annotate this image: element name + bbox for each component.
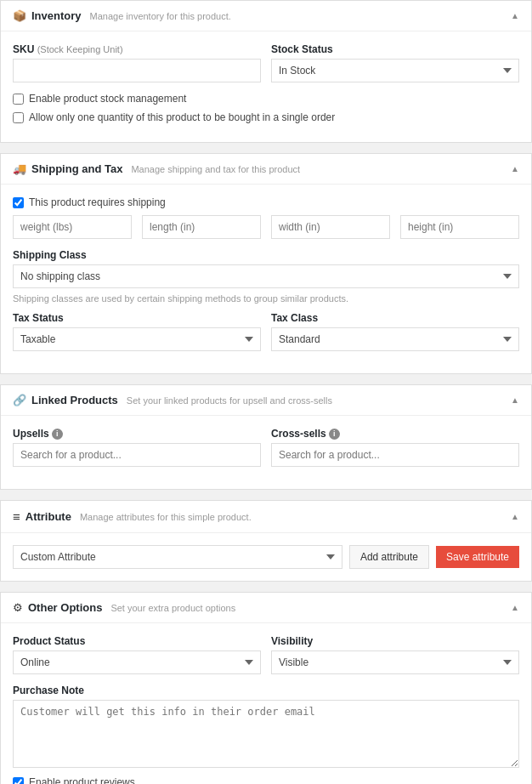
inventory-form-row-1: SKU (Stock Keeping Unit) Stock Status In… (13, 43, 519, 82)
purchase-note-group: Purchase Note (13, 685, 519, 768)
weight-group (13, 215, 132, 239)
stock-status-select[interactable]: In Stock Out of Stock On Backorder (271, 59, 519, 82)
shipping-class-note: Shipping classes are used by certain shi… (13, 293, 519, 304)
width-input[interactable] (271, 215, 390, 239)
enable-stock-label: Enable product stock management (29, 93, 186, 105)
inventory-body: SKU (Stock Keeping Unit) Stock Status In… (1, 31, 531, 142)
crosssells-info-icon[interactable]: i (329, 429, 340, 440)
upsells-search-input[interactable] (13, 443, 261, 467)
inventory-header-left: 📦 Inventory Manage inventory for this pr… (13, 9, 231, 22)
inventory-subtitle: Manage inventory for this product. (90, 11, 231, 21)
linked-header[interactable]: 🔗 Linked Products Set your linked produc… (1, 385, 531, 416)
shipping-title: Shipping and Tax (31, 162, 122, 175)
upsells-header: Upsells i (13, 428, 261, 440)
linked-icon: 🔗 (13, 394, 26, 406)
linked-header-left: 🔗 Linked Products Set your linked produc… (13, 394, 332, 406)
page-wrapper: 📦 Inventory Manage inventory for this pr… (0, 0, 532, 784)
tax-row: Tax Status Taxable None Tax Class Standa… (13, 312, 519, 351)
attribute-header[interactable]: ≡ Attribute Manage attributes for this s… (1, 501, 531, 533)
width-group (271, 215, 390, 239)
inventory-header[interactable]: 📦 Inventory Manage inventory for this pr… (1, 1, 531, 31)
shipping-chevron-icon: ▲ (511, 164, 519, 173)
other-options-icon: ⚙ (13, 601, 23, 614)
attribute-row: Custom Attribute Color Size Add attribut… (13, 545, 519, 569)
add-attribute-button[interactable]: Add attribute (349, 545, 429, 569)
attribute-subtitle: Manage attributes for this simple produc… (80, 512, 252, 522)
visibility-select[interactable]: Visible Hidden Search Only Catalog Only (271, 650, 519, 674)
sku-note: (Stock Keeping Unit) (37, 44, 123, 54)
shipping-class-label: Shipping Class (13, 249, 519, 261)
inventory-section: 📦 Inventory Manage inventory for this pr… (0, 0, 532, 143)
other-options-chevron-icon: ▲ (511, 603, 519, 612)
upsells-group: Upsells i (13, 428, 261, 467)
attribute-section: ≡ Attribute Manage attributes for this s… (0, 500, 532, 582)
enable-reviews-checkbox[interactable] (13, 777, 24, 785)
other-options-title: Other Options (28, 601, 102, 614)
linked-subtitle: Set your linked products for upsell and … (127, 395, 332, 406)
tax-class-select[interactable]: Standard Reduced Rate Zero Rate (271, 327, 519, 351)
tax-status-group: Tax Status Taxable None (13, 312, 261, 351)
linked-body: Upsells i Cross-sells i (1, 416, 531, 489)
tax-status-select[interactable]: Taxable None (13, 327, 261, 351)
tax-class-label: Tax Class (271, 312, 519, 324)
purchase-note-label: Purchase Note (13, 685, 519, 696)
linked-chevron-icon: ▲ (511, 395, 519, 405)
single-qty-checkbox[interactable] (13, 112, 24, 123)
purchase-note-textarea[interactable] (13, 700, 519, 768)
other-options-section: ⚙ Other Options Set your extra product o… (0, 592, 532, 784)
shipping-section: 🚚 Shipping and Tax Manage shipping and t… (0, 153, 532, 374)
attribute-title: Attribute (25, 510, 71, 523)
shipping-header-left: 🚚 Shipping and Tax Manage shipping and t… (13, 162, 300, 175)
shipping-subtitle: Manage shipping and tax for this product (131, 164, 300, 174)
other-options-header[interactable]: ⚙ Other Options Set your extra product o… (1, 593, 531, 623)
dimensions-row (13, 215, 519, 239)
requires-shipping-checkbox[interactable] (13, 197, 24, 208)
shipping-class-group: Shipping Class No shipping class (13, 249, 519, 288)
save-attribute-button[interactable]: Save attribute (436, 546, 519, 568)
upsells-info-icon[interactable]: i (52, 429, 63, 440)
tax-status-label: Tax Status (13, 312, 261, 324)
attribute-chevron-icon: ▲ (511, 512, 519, 521)
other-options-body: Product Status Online Offline Visibility… (1, 623, 531, 784)
sku-label: SKU (Stock Keeping Unit) (13, 43, 261, 55)
single-qty-row: Allow only one quantity of this product … (13, 111, 519, 123)
other-options-subtitle: Set your extra product options (110, 603, 235, 613)
weight-input[interactable] (13, 215, 132, 239)
visibility-label: Visibility (271, 635, 519, 647)
linked-title: Linked Products (31, 394, 118, 406)
enable-reviews-row: Enable product reviews (13, 776, 519, 784)
inventory-title: Inventory (31, 9, 82, 22)
other-options-header-left: ⚙ Other Options Set your extra product o… (13, 601, 235, 614)
linked-section: 🔗 Linked Products Set your linked produc… (0, 384, 532, 490)
attribute-icon: ≡ (13, 509, 20, 524)
sku-group: SKU (Stock Keeping Unit) (13, 43, 261, 82)
shipping-body: This product requires shipping Shipping … (1, 185, 531, 373)
attribute-body: Custom Attribute Color Size Add attribut… (1, 533, 531, 581)
product-status-group: Product Status Online Offline (13, 635, 261, 674)
attribute-header-left: ≡ Attribute Manage attributes for this s… (13, 509, 252, 524)
enable-stock-checkbox[interactable] (13, 94, 24, 105)
crosssells-header: Cross-sells i (271, 428, 519, 440)
requires-shipping-label: This product requires shipping (29, 196, 166, 208)
single-qty-label: Allow only one quantity of this product … (29, 111, 335, 123)
inventory-chevron-icon: ▲ (511, 11, 519, 20)
crosssells-group: Cross-sells i (271, 428, 519, 467)
crosssells-search-input[interactable] (271, 443, 519, 467)
shipping-header[interactable]: 🚚 Shipping and Tax Manage shipping and t… (1, 154, 531, 185)
height-group (400, 215, 519, 239)
sku-input[interactable] (13, 59, 261, 82)
visibility-group: Visibility Visible Hidden Search Only Ca… (271, 635, 519, 674)
height-input[interactable] (400, 215, 519, 239)
product-status-label: Product Status (13, 635, 261, 647)
inventory-icon: 📦 (13, 9, 26, 22)
stock-management-row: Enable product stock management (13, 93, 519, 105)
length-input[interactable] (142, 215, 261, 239)
linked-form-row: Upsells i Cross-sells i (13, 428, 519, 467)
length-group (142, 215, 261, 239)
enable-reviews-label: Enable product reviews (29, 776, 135, 784)
tax-class-group: Tax Class Standard Reduced Rate Zero Rat… (271, 312, 519, 351)
attribute-select[interactable]: Custom Attribute Color Size (13, 545, 342, 569)
stock-status-group: Stock Status In Stock Out of Stock On Ba… (271, 43, 519, 82)
product-status-select[interactable]: Online Offline (13, 650, 261, 674)
shipping-class-select[interactable]: No shipping class (13, 264, 519, 288)
